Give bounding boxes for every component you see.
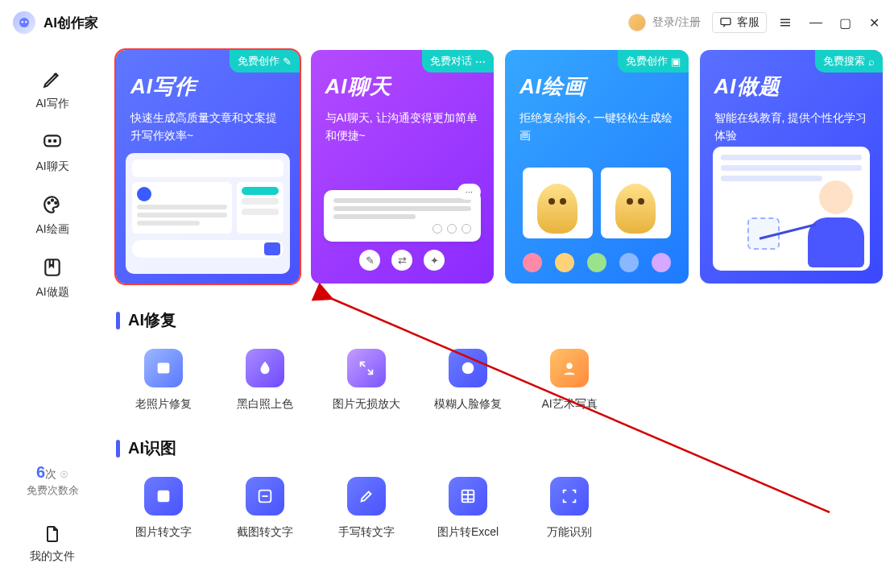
customer-service-label: 客服 [737, 15, 759, 30]
svg-point-7 [48, 202, 50, 204]
section-heading: AI修复 [128, 309, 176, 331]
tool-label: 万能识别 [547, 525, 592, 538]
card-desc: 智能在线教育, 提供个性化学习体验 [714, 109, 869, 145]
svg-point-6 [54, 140, 56, 142]
card-ai-test[interactable]: 免费搜索⌕ AI做题 智能在线教育, 提供个性化学习体验 [700, 50, 884, 284]
my-files-label: 我的文件 [30, 549, 75, 562]
feature-cards: 免费创作✎ AI写作 快速生成高质量文章和文案提升写作效率~ 免费对话⋯ AI聊… [116, 50, 883, 284]
svg-rect-14 [158, 491, 170, 503]
svg-point-5 [49, 140, 51, 142]
tool-bw-colorize[interactable]: 黑白照上色 [230, 349, 300, 412]
svg-point-1 [22, 21, 23, 23]
window-controls: — ▢ ✕ [809, 15, 881, 31]
search-icon: ⌕ [868, 56, 875, 68]
minimize-icon[interactable]: — [809, 15, 823, 31]
sidebar-item-test[interactable]: AI做题 [20, 246, 85, 309]
customer-service-button[interactable]: 客服 [712, 12, 767, 33]
svg-point-0 [19, 18, 29, 27]
free-count-unit: 次 [45, 467, 56, 480]
pen-icon [38, 64, 67, 93]
free-count: 6次 ⊙ 免费次数余 [27, 463, 79, 498]
section-heading: AI识图 [128, 437, 176, 459]
sidebar: AI写作 AI聊天 AI绘画 AI做题 6次 ⊙ 免费次数余 我的文件 [0, 45, 105, 588]
svg-point-8 [52, 200, 53, 201]
face-icon [449, 349, 487, 387]
tool-face-deblur[interactable]: 模糊人脸修复 [433, 349, 503, 412]
photo-icon [144, 349, 183, 387]
palette-icon [38, 190, 67, 219]
tool-image-to-excel[interactable]: 图片转Excel [433, 477, 503, 540]
bookmark-icon [38, 253, 67, 282]
svg-point-2 [25, 21, 27, 23]
chat-bubble-icon [719, 16, 732, 29]
menu-icon[interactable] [778, 15, 793, 30]
tool-label: 截图转文字 [237, 525, 293, 538]
badge-free-search: 免费搜索⌕ [815, 50, 883, 72]
my-files-button[interactable]: 我的文件 [30, 520, 75, 564]
badge-free-chat: 免费对话⋯ [422, 50, 494, 72]
svg-point-13 [566, 363, 572, 369]
image-icon: ▣ [671, 56, 681, 68]
handwriting-icon [347, 477, 386, 516]
tool-label: 老照片修复 [135, 397, 192, 410]
file-icon [39, 520, 66, 548]
sidebar-item-label: AI写作 [35, 97, 68, 110]
main-content: 免费创作✎ AI写作 快速生成高质量文章和文案提升写作效率~ 免费对话⋯ AI聊… [105, 45, 894, 588]
sidebar-item-label: AI绘画 [35, 222, 68, 235]
card-preview [126, 153, 290, 274]
top-bar: AI创作家 登录/注册 客服 — ▢ ✕ [0, 0, 894, 45]
tool-universal-ocr[interactable]: 万能识别 [535, 477, 604, 540]
expand-icon [347, 349, 386, 387]
svg-rect-11 [158, 363, 170, 374]
tool-handwriting-to-text[interactable]: 手写转文字 [332, 477, 401, 540]
card-title: AI写作 [130, 72, 285, 101]
user-area[interactable]: 登录/注册 [628, 14, 701, 31]
tool-image-to-text[interactable]: 图片转文字 [129, 477, 198, 540]
tool-label: 图片转Excel [437, 525, 499, 538]
free-count-number: 6 [36, 463, 45, 481]
tool-label: AI艺术写真 [541, 397, 597, 410]
svg-point-9 [55, 202, 56, 204]
card-title: AI绘画 [519, 72, 674, 101]
badge-free-draw: 免费创作▣ [618, 50, 689, 72]
section-ai-repair: AI修复 老照片修复 黑白照上色 图片无损放大 模糊人脸修复 AI艺术写真 [116, 309, 883, 412]
close-icon[interactable]: ✕ [867, 15, 881, 31]
chat-icon [38, 127, 67, 156]
sidebar-item-label: AI聊天 [35, 159, 68, 172]
app-title: AI创作家 [43, 14, 98, 32]
card-desc: 快速生成高质量文章和文案提升写作效率~ [130, 109, 285, 145]
card-desc: 与AI聊天, 让沟通变得更加简单和便捷~ [325, 109, 480, 145]
tool-screenshot-to-text[interactable]: 截图转文字 [230, 477, 300, 540]
tool-old-photo-repair[interactable]: 老照片修复 [129, 349, 198, 412]
sidebar-item-write[interactable]: AI写作 [20, 58, 85, 121]
image-text-icon [144, 477, 183, 516]
sidebar-item-chat[interactable]: AI聊天 [20, 121, 85, 184]
app-logo-icon [13, 11, 35, 34]
tool-upscale[interactable]: 图片无损放大 [332, 349, 401, 412]
card-ai-draw[interactable]: 免费创作▣ AI绘画 拒绝复杂指令, 一键轻松生成绘画 [505, 50, 689, 284]
tool-ai-portrait[interactable]: AI艺术写真 [535, 349, 604, 412]
tool-label: 图片转文字 [135, 525, 192, 538]
sidebar-item-draw[interactable]: AI绘画 [20, 184, 85, 246]
tool-label: 模糊人脸修复 [434, 397, 502, 410]
badge-free-create: 免费创作✎ [230, 50, 300, 72]
card-preview [713, 147, 871, 271]
svg-rect-3 [721, 19, 731, 25]
tool-label: 手写转文字 [338, 525, 395, 538]
login-link[interactable]: 登录/注册 [652, 15, 701, 30]
edit-icon: ✎ [283, 56, 292, 68]
avatar-icon [628, 14, 646, 31]
sidebar-item-label: AI做题 [35, 285, 68, 298]
card-ai-write[interactable]: 免费创作✎ AI写作 快速生成高质量文章和文案提升写作效率~ [116, 50, 300, 284]
maximize-icon[interactable]: ▢ [838, 15, 852, 31]
table-icon [449, 477, 487, 516]
card-ai-chat[interactable]: 免费对话⋯ AI聊天 与AI聊天, 让沟通变得更加简单和便捷~ ··· ✎⇄✦ [311, 50, 495, 284]
tool-label: 黑白照上色 [237, 397, 293, 410]
card-title: AI聊天 [325, 72, 480, 101]
person-icon [550, 349, 589, 387]
drop-icon [246, 349, 284, 387]
svg-point-12 [462, 362, 474, 375]
section-ai-ocr: AI识图 图片转文字 截图转文字 手写转文字 图片转Excel 万能识别 [116, 437, 883, 540]
top-right: 登录/注册 客服 — ▢ ✕ [628, 12, 881, 33]
card-preview: ··· ✎⇄✦ [324, 184, 482, 271]
